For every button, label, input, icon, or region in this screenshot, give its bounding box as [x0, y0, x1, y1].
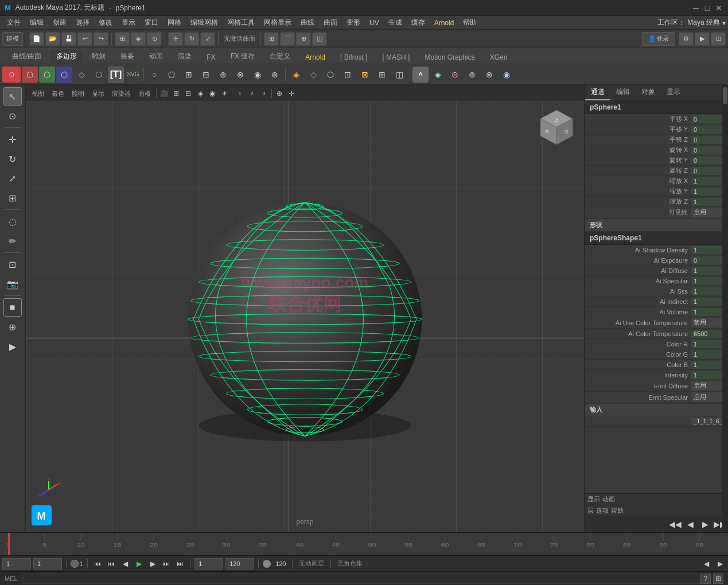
range-start[interactable]: 1	[194, 558, 223, 570]
tab-xgen[interactable]: XGen	[482, 50, 515, 64]
prop-value-diff[interactable]: 1	[691, 267, 726, 275]
transport-end[interactable]: ⏭	[174, 558, 186, 570]
login-button[interactable]: 👤 登录	[642, 32, 675, 46]
vp-icon-light[interactable]: ☀	[219, 88, 230, 99]
menu-display[interactable]: 显示	[117, 17, 140, 29]
status-icon-grid[interactable]: ⊞	[713, 574, 723, 584]
rotate-tool-btn[interactable]: ↻	[3, 150, 22, 168]
prop-visibility[interactable]: 可见性 启用	[585, 207, 728, 219]
shelf-arnold4[interactable]: ⊕	[464, 67, 480, 83]
maximize-button[interactable]: □	[703, 3, 712, 13]
status-input[interactable]	[22, 574, 700, 584]
shelf-arnold2[interactable]: ◈	[430, 67, 446, 83]
move-tool-btn[interactable]: ✛	[3, 130, 22, 149]
tab-rig[interactable]: 装备	[113, 49, 142, 64]
shelf-uv1[interactable]: ⊠	[357, 67, 373, 83]
shelf-arnold1[interactable]: A	[412, 67, 429, 83]
prop-value-tx[interactable]: 0	[691, 115, 726, 123]
transport-prev-key[interactable]: ⏮	[106, 558, 117, 570]
menu-meshtool[interactable]: 网格工具	[223, 17, 259, 29]
tab-animation[interactable]: 动画	[142, 49, 170, 64]
prop-value-cb[interactable]: 1	[691, 361, 726, 369]
bc-icon-2[interactable]: ▶	[714, 558, 726, 570]
prop-scale-y[interactable]: 缩放 Y 1	[585, 186, 728, 197]
panel-icon-3[interactable]: ▶	[699, 518, 711, 530]
prop-translate-x[interactable]: 平移 X 0	[585, 114, 728, 124]
shelf-tools3[interactable]: ⊕	[215, 67, 231, 83]
panel-bottom-tab-display[interactable]: 显示	[587, 495, 600, 504]
new-file-button[interactable]: 📄	[29, 32, 44, 46]
prop-value-input[interactable]: _1_1_1_6_	[691, 418, 726, 425]
shelf-arnold6[interactable]: ◉	[499, 67, 515, 83]
prop-emit-specular[interactable]: Emit Specular 启用	[585, 392, 728, 403]
menu-cache[interactable]: 缓存	[407, 17, 430, 29]
prop-translate-z[interactable]: 平移 Z 0	[585, 135, 728, 145]
shelf-tools4[interactable]: ⊗	[232, 67, 248, 83]
point-snap[interactable]: ⊕	[296, 32, 311, 46]
mode-dropdown[interactable]: 建模	[2, 32, 23, 46]
menu-surface[interactable]: 曲面	[319, 17, 342, 29]
vp-icon-shade[interactable]: ◉	[207, 88, 218, 99]
menu-meshdisp[interactable]: 网格显示	[259, 17, 296, 29]
show-manip-btn[interactable]: ⊡	[3, 255, 22, 274]
prop-diffuse[interactable]: Ai Diffuse 1	[585, 266, 728, 276]
prop-value-spec[interactable]: 1	[691, 277, 726, 285]
snap-camera-btn[interactable]: 📷	[3, 275, 22, 293]
tab-fx[interactable]: FX	[199, 50, 223, 64]
shelf-deform4[interactable]: ⊡	[340, 67, 356, 83]
vp-icon-snap[interactable]: ✛	[286, 88, 297, 99]
prop-value-vol[interactable]: 1	[691, 308, 726, 316]
check-circle[interactable]	[71, 560, 79, 568]
panel-icon-1[interactable]: ◀◀	[669, 518, 681, 530]
prop-intensity[interactable]: Intensity 1	[585, 370, 728, 380]
move-tool[interactable]: ✛	[168, 32, 183, 46]
grid-snap[interactable]: ⊞	[264, 32, 279, 46]
scale-tool[interactable]: ⤢	[200, 32, 215, 46]
workspace-chevron[interactable]: ▾	[722, 19, 726, 27]
status-icon-help[interactable]: ?	[700, 574, 711, 584]
prop-value-sd[interactable]: 1	[691, 246, 726, 254]
nav-cube[interactable]: 上 右 前	[535, 107, 578, 150]
vp-panel-menu[interactable]: 面板	[135, 89, 154, 99]
prop-sss[interactable]: Ai Sss 1	[585, 286, 728, 297]
select-tool[interactable]: ⊞	[115, 32, 130, 46]
transport-next-key[interactable]: ⏭	[161, 558, 172, 570]
shelf-arnold3[interactable]: ⊙	[447, 67, 463, 83]
panel-bottom-tab-help[interactable]: 帮助	[611, 506, 624, 515]
field-2[interactable]: 1	[33, 558, 62, 570]
vp-icon-select-mode[interactable]: ⊕	[274, 88, 285, 99]
menu-select[interactable]: 选择	[71, 17, 94, 29]
prop-value-vis[interactable]: 启用	[691, 208, 726, 217]
vp-icon-wire[interactable]: ◈	[194, 88, 206, 99]
vp-shading-menu[interactable]: 着色	[48, 89, 68, 99]
vp-icon-res3[interactable]: 3	[258, 88, 270, 99]
current-frame-field[interactable]: 1	[2, 558, 31, 570]
prop-value-sss[interactable]: 1	[691, 287, 726, 295]
vp-view-menu[interactable]: 视图	[28, 89, 48, 99]
prop-value-exp[interactable]: 0	[691, 256, 726, 264]
vp-display-menu[interactable]: 显示	[88, 89, 108, 99]
transport-play[interactable]: ▶	[133, 558, 145, 570]
shelf-tools5[interactable]: ◉	[250, 67, 266, 83]
prop-value-es[interactable]: 启用	[691, 392, 726, 402]
shelf-btn-6[interactable]: ⬡	[91, 67, 107, 83]
transport-start[interactable]: ⏮	[92, 558, 103, 570]
prop-specular[interactable]: Ai Specular 1	[585, 276, 728, 286]
prop-value-int[interactable]: 1	[691, 371, 726, 379]
universal-tool-btn[interactable]: ⊞	[3, 189, 22, 207]
vp-lighting-menu[interactable]: 照明	[68, 89, 88, 99]
prop-value-sx[interactable]: 1	[691, 177, 726, 185]
shelf-uv3[interactable]: ◫	[391, 67, 407, 83]
prop-color-r[interactable]: Color R 1	[585, 339, 728, 349]
prop-translate-y[interactable]: 平移 Y 0	[585, 124, 728, 135]
timeline-ruler[interactable]: 1 5 10 15 20 25 30 35 40 45 50 55 60 65 …	[0, 533, 728, 555]
prop-rotate-y[interactable]: 旋转 Y 0	[585, 155, 728, 166]
tab-render[interactable]: 渲染	[170, 49, 199, 64]
menu-create[interactable]: 创建	[48, 17, 71, 29]
transport-prev[interactable]: ◀	[119, 558, 131, 570]
shelf-btn-3[interactable]: ⬡	[39, 67, 55, 83]
select-tool-btn[interactable]: ↖	[3, 87, 22, 106]
ipr-btn[interactable]: ▶	[3, 337, 22, 356]
scroll-thumb[interactable]	[723, 87, 727, 104]
prop-value-rx[interactable]: 0	[691, 146, 726, 154]
